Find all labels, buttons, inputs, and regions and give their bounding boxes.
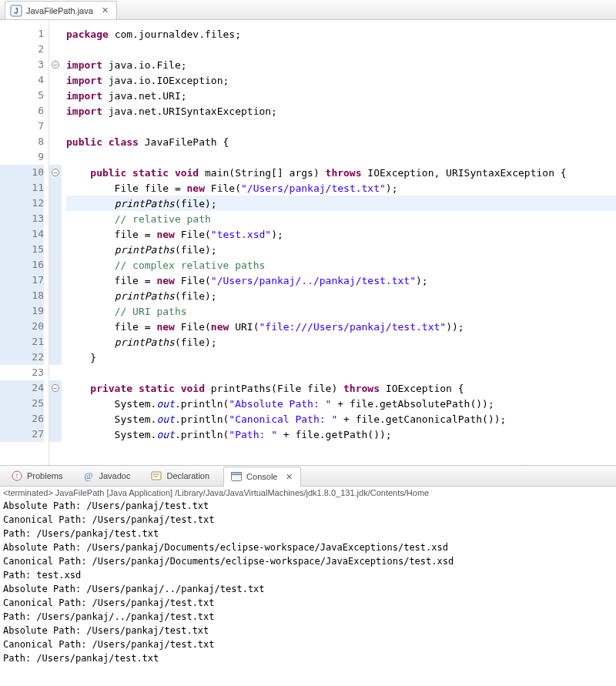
close-icon[interactable]: ✕ [284, 472, 294, 482]
fold-cell [49, 226, 62, 242]
code-line[interactable]: import java.io.IOException; [66, 72, 616, 88]
marker-cell [0, 303, 11, 319]
code-line[interactable]: } [66, 350, 616, 365]
fold-cell[interactable]: − [49, 57, 62, 72]
code-line[interactable]: file = new File("test.xsd"); [66, 226, 616, 242]
line-number: 4 [11, 72, 44, 88]
code-content[interactable]: package com.journaldev.files;import java… [62, 20, 616, 465]
fold-cell [49, 134, 62, 149]
console-line: Absolute Path: /Users/pankaj/test.txt [3, 624, 613, 637]
line-number: 27 [11, 427, 44, 442]
fold-cell [49, 334, 62, 350]
line-number: 17 [11, 273, 44, 288]
console-line: Path: /Users/pankaj/../pankaj/test.txt [3, 610, 613, 624]
fold-cell [49, 42, 62, 57]
fold-cell [49, 26, 62, 42]
line-number: 13 [11, 211, 44, 226]
fold-cell [49, 319, 62, 334]
code-line[interactable]: file = new File(new URI("file:///Users/p… [66, 319, 616, 334]
console-process-header: <terminated> JavaFilePath [Java Applicat… [3, 488, 613, 499]
fold-collapse-icon[interactable]: − [52, 169, 59, 176]
fold-cell[interactable]: − [49, 165, 62, 180]
marker-cell [0, 119, 11, 134]
marker-cell [0, 196, 11, 211]
fold-cell [49, 72, 62, 88]
fold-cell [49, 427, 62, 442]
code-line[interactable]: import java.io.File; [66, 57, 616, 72]
code-line[interactable]: import java.net.URISyntaxException; [66, 103, 616, 119]
fold-cell [49, 288, 62, 303]
line-number: 1 [11, 26, 44, 42]
fold-cell [49, 273, 62, 288]
marker-cell [0, 380, 11, 396]
tab-javadoc-label: Javadoc [99, 471, 130, 480]
marker-cell [0, 180, 11, 196]
marker-cell [0, 411, 11, 427]
fold-cell [49, 242, 62, 257]
tab-problems[interactable]: ! Problems [5, 467, 69, 485]
line-number: 14 [11, 226, 44, 242]
code-line[interactable]: System.out.println("Absolute Path: " + f… [66, 396, 616, 411]
fold-cell [49, 119, 62, 134]
editor-tab-javafilepath[interactable]: J JavaFilePath.java ✕ [5, 1, 117, 19]
marker-cell [0, 365, 11, 380]
fold-cell [49, 365, 62, 380]
svg-text:!: ! [16, 472, 18, 480]
fold-cell [49, 411, 62, 427]
code-line[interactable]: // relative path [66, 211, 616, 226]
line-number: 18 [11, 288, 44, 303]
line-number: 24 [11, 380, 44, 396]
tab-javadoc[interactable]: @ Javadoc [76, 467, 136, 485]
fold-collapse-icon[interactable]: − [52, 61, 59, 69]
fold-column: −−− [49, 20, 62, 465]
console-line: Path: /Users/pankaj/test.txt [3, 651, 613, 665]
code-line[interactable]: import java.net.URI; [66, 88, 616, 103]
marker-cell [0, 319, 11, 334]
fold-cell [49, 257, 62, 273]
marker-cell [0, 42, 11, 57]
line-number: 16 [11, 257, 44, 273]
marker-cell [0, 257, 11, 273]
code-editor[interactable]: 1234567891011121314151617181920212223242… [0, 20, 616, 465]
code-line[interactable]: private static void printPaths(File file… [66, 380, 616, 396]
svg-rect-9 [232, 473, 242, 475]
console-line: Canonical Path: /Users/pankaj/test.txt [3, 513, 613, 527]
marker-cell [0, 226, 11, 242]
code-line[interactable] [66, 119, 616, 134]
code-line[interactable]: // complex relative paths [66, 257, 616, 273]
code-line[interactable]: // URI paths [66, 303, 616, 319]
code-line[interactable]: System.out.println("Canonical Path: " + … [66, 411, 616, 427]
editor-tab-label: JavaFilePath.java [26, 6, 93, 15]
line-number: 19 [11, 303, 44, 319]
fold-collapse-icon[interactable]: − [52, 384, 59, 392]
javadoc-icon: @ [82, 470, 95, 482]
code-line[interactable]: package com.journaldev.files; [66, 26, 616, 42]
code-line[interactable]: public class JavaFilePath { [66, 134, 616, 149]
close-icon[interactable]: ✕ [100, 5, 110, 15]
line-number: 6 [11, 103, 44, 119]
marker-cell [0, 288, 11, 303]
console-output[interactable]: Absolute Path: /Users/pankaj/test.txtCan… [3, 499, 613, 665]
fold-cell [49, 180, 62, 196]
code-line[interactable]: File file = new File("/Users/pankaj/test… [66, 180, 616, 196]
tab-declaration[interactable]: Declaration [144, 467, 216, 485]
code-line[interactable] [66, 365, 616, 380]
line-number: 5 [11, 88, 44, 103]
console-line: Absolute Path: /Users/pankaj/test.txt [3, 499, 613, 513]
code-line[interactable]: printPaths(file); [66, 196, 616, 211]
code-line[interactable]: file = new File("/Users/pankaj/../pankaj… [66, 273, 616, 288]
code-line[interactable]: printPaths(file); [66, 242, 616, 257]
fold-cell[interactable]: − [49, 380, 62, 396]
marker-cell [0, 26, 11, 42]
marker-cell [0, 427, 11, 442]
code-line[interactable]: printPaths(file); [66, 334, 616, 350]
code-line[interactable] [66, 42, 616, 57]
tab-console[interactable]: Console ✕ [223, 467, 301, 487]
line-number: 15 [11, 242, 44, 257]
line-number: 11 [11, 180, 44, 196]
code-line[interactable]: public static void main(String[] args) t… [66, 165, 616, 180]
code-line[interactable]: System.out.println("Path: " + file.getPa… [66, 427, 616, 442]
code-line[interactable] [66, 149, 616, 165]
line-number: 20 [11, 319, 44, 334]
code-line[interactable]: printPaths(file); [66, 288, 616, 303]
